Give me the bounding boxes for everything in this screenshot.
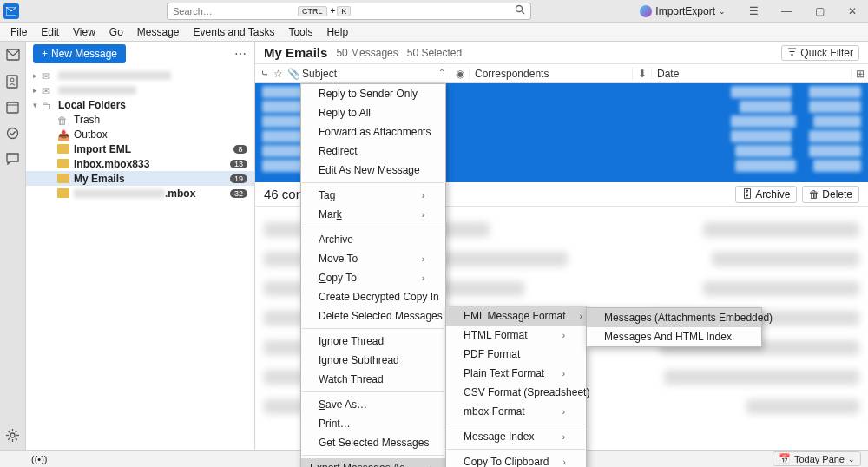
app-icon [3, 3, 19, 19]
thread-column-icon[interactable]: ⤷ [260, 68, 269, 80]
ctx-create-decrypted[interactable]: Create Decrypted Copy In [301, 287, 445, 306]
date-column[interactable]: Date [651, 68, 851, 80]
correspondents-column[interactable]: Correspondents [469, 68, 632, 80]
window-close[interactable]: ✕ [840, 3, 865, 20]
menu-events-tasks[interactable]: Events and Tasks [187, 24, 282, 40]
new-message-button[interactable]: + New Message [33, 44, 126, 63]
activity-indicator-icon[interactable]: ((•)) [31, 454, 48, 464]
subject-column[interactable]: Subject˄ [297, 68, 450, 80]
kbd-ctrl: CTRL [298, 6, 327, 16]
ctx-copy-clipboard[interactable]: Copy To Clipboard› [446, 452, 586, 467]
calendar-icon: 📅 [779, 453, 791, 464]
ctx-archive[interactable]: Archive [301, 230, 445, 249]
ctx-eml-format[interactable]: EML Message Format› [446, 306, 586, 326]
menu-go[interactable]: Go [102, 24, 130, 40]
ctx-message-index[interactable]: Message Index› [446, 427, 586, 446]
ctx-ignore-thread[interactable]: Ignore Thread [301, 332, 445, 351]
menu-file[interactable]: File [3, 24, 34, 40]
folder-pane: + New Message ⋯ ▸✉ ▸✉ ▾🗀Local Folders 🗑T… [26, 42, 255, 450]
ctx-delete-selected[interactable]: Delete Selected Messages [301, 306, 445, 326]
search-icon[interactable] [510, 4, 530, 17]
chat-icon[interactable] [6, 153, 20, 167]
account-row-2[interactable]: ▸✉ [26, 82, 254, 97]
address-book-icon[interactable] [6, 75, 20, 89]
archive-icon: 🗄 [742, 188, 753, 201]
ctx-redirect[interactable]: Redirect [301, 141, 445, 161]
ctx-tag[interactable]: Tag› [301, 186, 445, 205]
menu-message[interactable]: Message [130, 24, 187, 40]
export-format-menu: EML Message Format› HTML Format› PDF For… [445, 306, 587, 467]
search-input[interactable] [168, 6, 298, 16]
settings-icon[interactable] [6, 429, 20, 443]
trash-folder[interactable]: 🗑Trash [26, 112, 254, 127]
ctx-plain-text-format[interactable]: Plain Text Format› [446, 364, 586, 383]
menu-view[interactable]: View [66, 24, 102, 40]
ctx-mark[interactable]: Mark› [301, 205, 445, 224]
menu-tools[interactable]: Tools [281, 24, 319, 40]
ctx-print[interactable]: Print… [301, 414, 445, 433]
ctx-copy-to[interactable]: Copy To› [301, 268, 445, 287]
calendar-icon[interactable] [6, 101, 20, 115]
ctx-get-selected[interactable]: Get Selected Messages [301, 433, 445, 452]
import-eml-folder[interactable]: Import EML8 [26, 141, 254, 156]
ctx-messages-html-index[interactable]: Messages And HTML Index [587, 327, 761, 346]
unread-badge: 32 [230, 189, 247, 198]
star-column-icon[interactable]: ☆ [273, 68, 283, 80]
junk-column-icon[interactable]: ⬇ [632, 68, 651, 80]
archive-button[interactable]: 🗄Archive [735, 186, 797, 203]
unread-badge: 19 [230, 174, 247, 183]
sort-asc-icon: ˄ [439, 68, 444, 80]
svg-line-16 [8, 438, 10, 440]
tasks-icon[interactable] [6, 127, 20, 141]
submenu-arrow-icon: › [408, 254, 424, 264]
ctx-messages-embedded[interactable]: Messages (Attachments Embedded) [587, 308, 761, 327]
mbox-folder[interactable]: .mbox32 [26, 186, 254, 201]
trash-icon: 🗑 [809, 188, 819, 201]
ctx-edit-new[interactable]: Edit As New Message [301, 161, 445, 180]
menu-help[interactable]: Help [319, 24, 355, 40]
ctx-watch-thread[interactable]: Watch Thread [301, 370, 445, 389]
kbd-k: K [337, 6, 351, 16]
folder-pane-options[interactable]: ⋯ [234, 47, 247, 61]
quick-filter-button[interactable]: Quick Filter [781, 45, 859, 61]
message-context-menu: Reply to Sender Only Reply to All Forwar… [300, 83, 446, 467]
read-column-icon[interactable]: ◉ [450, 68, 469, 80]
svg-point-9 [10, 433, 15, 437]
local-folders-row[interactable]: ▾🗀Local Folders [26, 97, 254, 112]
import-export-button[interactable]: ImportExport ⌄ [633, 3, 733, 19]
window-maximize[interactable]: ▢ [807, 3, 832, 20]
submenu-arrow-icon: › [415, 464, 431, 468]
ctx-export-messages[interactable]: Export Messages As…› [301, 458, 445, 467]
inbox-mbox-folder[interactable]: Inbox.mbox83313 [26, 156, 254, 171]
ctx-pdf-format[interactable]: PDF Format [446, 345, 586, 364]
submenu-arrow-icon: › [549, 369, 565, 378]
import-export-icon [640, 5, 652, 17]
my-emails-folder[interactable]: My Emails19 [26, 171, 254, 186]
account-icon: ✉ [42, 85, 54, 95]
submenu-arrow-icon: › [408, 210, 424, 220]
svg-point-5 [10, 78, 14, 82]
global-search[interactable]: CTRL + K [167, 3, 531, 20]
ctx-save-as[interactable]: Save As… [301, 395, 445, 414]
submenu-arrow-icon: › [549, 331, 565, 340]
today-pane-button[interactable]: 📅 Today Pane ⌄ [773, 451, 861, 466]
ctx-reply-all[interactable]: Reply to All [301, 103, 445, 122]
ctx-html-format[interactable]: HTML Format› [446, 326, 586, 345]
ctx-mbox-format[interactable]: mbox Format› [446, 402, 586, 421]
submenu-arrow-icon: › [408, 191, 424, 201]
account-row-1[interactable]: ▸✉ [26, 68, 254, 82]
ctx-forward-attachments[interactable]: Forward as Attachments [301, 122, 445, 141]
ctx-ignore-subthread[interactable]: Ignore Subthread [301, 351, 445, 370]
ctx-reply-sender[interactable]: Reply to Sender Only [301, 84, 445, 103]
svg-line-15 [15, 438, 16, 440]
mail-icon[interactable] [6, 49, 20, 62]
outbox-folder[interactable]: 📤Outbox [26, 127, 254, 141]
column-picker-icon[interactable]: ⊞ [851, 68, 868, 80]
menu-edit[interactable]: Edit [34, 24, 66, 40]
delete-button[interactable]: 🗑Delete [802, 186, 859, 203]
hamburger-menu[interactable]: ☰ [741, 3, 766, 20]
column-headers: ⤷ ☆ 📎 Subject˄ ◉ Correspondents ⬇ Date ⊞ [255, 64, 868, 83]
ctx-csv-format[interactable]: CSV Format (Spreadsheet) [446, 383, 586, 402]
ctx-move-to[interactable]: Move To› [301, 249, 445, 268]
window-minimize[interactable]: — [774, 3, 799, 20]
